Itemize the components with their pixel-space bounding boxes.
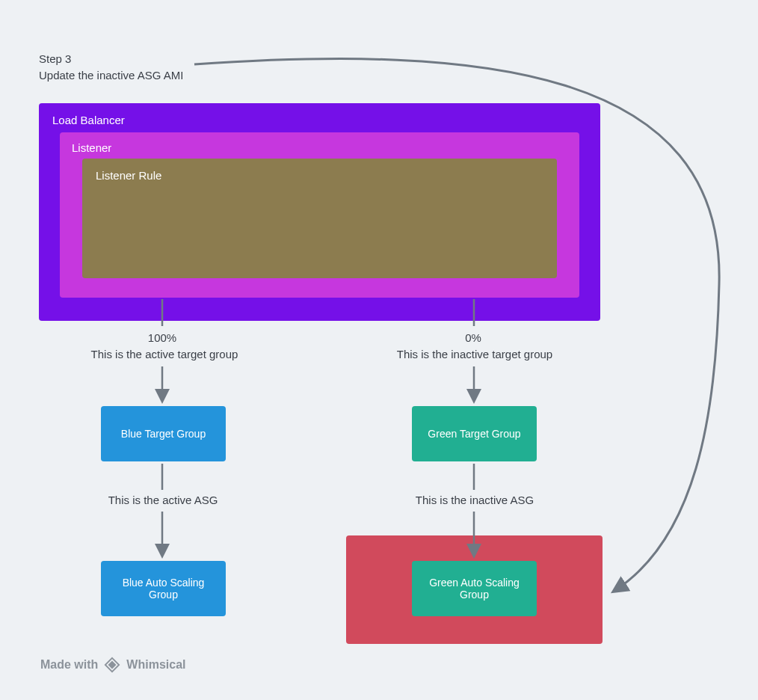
green-target-group-box: Green Target Group: [412, 406, 537, 461]
load-balancer-box: Load Balancer Listener Listener Rule: [39, 103, 600, 321]
green-pct: 0%: [465, 331, 481, 344]
blue-target-group-box: Blue Target Group: [101, 406, 226, 461]
green-asg-box: Green Auto Scaling Group: [412, 561, 537, 616]
listener-label: Listener: [60, 132, 579, 159]
blue-asg-note: This is the active ASG: [107, 494, 219, 506]
listener-rule-box: Listener Rule: [82, 159, 557, 278]
step-desc: Update the inactive ASG AMI: [39, 69, 183, 82]
green-asg-label: Green Auto Scaling Group: [419, 577, 529, 601]
step-title: Step 3 Update the inactive ASG AMI: [39, 51, 183, 84]
step-number: Step 3: [39, 52, 71, 65]
green-asg-note: This is the inactive ASG: [413, 494, 537, 506]
blue-pct-block: 100%: [110, 330, 215, 346]
blue-asg-box: Blue Auto Scaling Group: [101, 561, 226, 616]
green-pct-note: This is the inactive target group: [381, 346, 568, 363]
blue-target-group-label: Blue Target Group: [121, 428, 206, 440]
listener-rule-label: Listener Rule: [82, 159, 557, 192]
listener-box: Listener Listener Rule: [60, 132, 579, 298]
blue-asg-label: Blue Auto Scaling Group: [108, 577, 218, 601]
whimsical-icon: [104, 657, 120, 673]
green-target-group-label: Green Target Group: [428, 428, 520, 440]
load-balancer-label: Load Balancer: [39, 103, 600, 132]
made-with-text: Made with: [40, 658, 98, 672]
made-with-footer: Made with Whimsical: [40, 657, 185, 673]
blue-pct: 100%: [148, 331, 176, 344]
brand-name: Whimsical: [126, 658, 185, 672]
blue-pct-note: This is the active target group: [75, 346, 254, 363]
green-pct-block: 0%: [421, 330, 526, 346]
